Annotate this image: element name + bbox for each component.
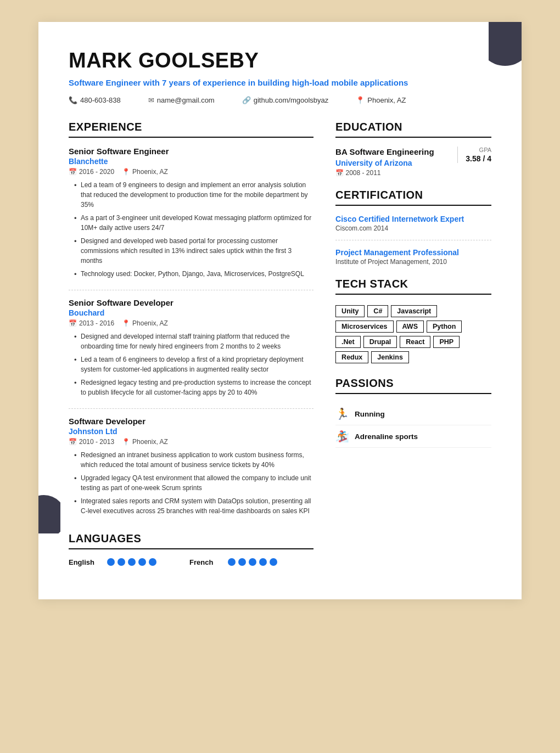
bullet-item: Upgraded legacy QA test environment that… bbox=[74, 473, 313, 493]
two-col-layout: EXPERIENCE Senior Software Engineer Blan… bbox=[69, 121, 491, 566]
candidate-title: Software Engineer with 7 years of experi… bbox=[69, 77, 491, 88]
experience-title: EXPERIENCE bbox=[69, 121, 313, 138]
tech-tag: Python bbox=[427, 321, 462, 333]
job-3: Software Developer Johnston Ltd 📅 2010 -… bbox=[69, 417, 313, 516]
corner-decoration-bottom bbox=[38, 479, 60, 533]
job-2-company: Bouchard bbox=[69, 308, 313, 317]
job-3-company: Johnston Ltd bbox=[69, 427, 313, 436]
gpa-label: GPA bbox=[466, 147, 491, 153]
tech-tag: Jenkins bbox=[371, 351, 409, 363]
dot bbox=[138, 558, 146, 566]
lang-french-label: French bbox=[189, 558, 222, 566]
tech-stack-title: TECH STACK bbox=[335, 278, 491, 295]
passion-adrenaline: 🏂 Adrenaline sports bbox=[335, 425, 491, 448]
gpa-value: 3.58 / 4 bbox=[466, 154, 491, 163]
calendar-icon: 📅 bbox=[69, 319, 77, 327]
pin-icon: 📍 bbox=[122, 438, 130, 446]
tech-tag: .Net bbox=[335, 336, 361, 348]
job-2: Senior Software Developer Bouchard 📅 201… bbox=[69, 298, 313, 397]
edu-right: GPA 3.58 / 4 bbox=[457, 147, 491, 163]
job-1-meta: 📅 2016 - 2020 📍 Phoenix, AZ bbox=[69, 168, 313, 176]
certification-title: CERTIFICATION bbox=[335, 189, 491, 206]
job-2-location: 📍 Phoenix, AZ bbox=[122, 319, 168, 327]
calendar-icon: 📅 bbox=[69, 438, 77, 446]
languages-title: LANGUAGES bbox=[69, 532, 313, 549]
tech-tag: C# bbox=[367, 305, 388, 317]
languages-section: LANGUAGES English French bbox=[69, 532, 313, 566]
divider bbox=[69, 290, 313, 290]
dot bbox=[249, 558, 256, 566]
cert-1: Cisco Certified Internetwork Expert Cisc… bbox=[335, 215, 491, 232]
dot bbox=[149, 558, 156, 566]
email-contact: ✉ name@gmail.com bbox=[148, 96, 215, 104]
lang-french-dots bbox=[228, 558, 277, 566]
passion-running: 🏃 Running bbox=[335, 403, 491, 425]
tech-tag: AWS bbox=[396, 321, 424, 333]
job-1-title: Senior Software Engineer bbox=[69, 147, 313, 156]
corner-decoration-top bbox=[489, 22, 522, 88]
phone-value: 480-603-838 bbox=[80, 96, 121, 104]
bullet-item: Led a team of 9 engineers to design and … bbox=[74, 180, 313, 210]
passions-title: PASSIONS bbox=[335, 377, 491, 394]
job-2-dates: 📅 2013 - 2016 bbox=[69, 319, 114, 327]
phone-icon: 📞 bbox=[69, 96, 77, 104]
lang-english-label: English bbox=[69, 558, 102, 566]
cert-1-name: Cisco Certified Internetwork Expert bbox=[335, 215, 491, 223]
edu-left: BA Software Engineering University of Ar… bbox=[335, 147, 434, 177]
pin-icon: 📍 bbox=[122, 168, 130, 176]
edu-school: University of Arizona bbox=[335, 159, 434, 167]
phone-contact: 📞 480-603-838 bbox=[69, 96, 121, 104]
dot bbox=[107, 558, 115, 566]
cert-2-name: Project Management Professional bbox=[335, 248, 491, 257]
right-column: EDUCATION BA Software Engineering Univer… bbox=[335, 121, 491, 566]
dot bbox=[128, 558, 136, 566]
bullet-item: Redesigned legacy testing and pre-produc… bbox=[74, 378, 313, 397]
dot bbox=[259, 558, 267, 566]
location-contact: 📍 Phoenix, AZ bbox=[356, 96, 406, 104]
bullet-item: Integrated sales reports and CRM system … bbox=[74, 496, 313, 516]
job-3-title: Software Developer bbox=[69, 417, 313, 426]
running-icon: 🏃 bbox=[335, 407, 349, 420]
job-1-company: Blanchette bbox=[69, 157, 313, 166]
calendar-icon: 📅 bbox=[69, 168, 77, 176]
bullet-item: Designed and developed internal staff tr… bbox=[74, 331, 313, 351]
job-2-title: Senior Software Developer bbox=[69, 298, 313, 307]
location-icon: 📍 bbox=[356, 96, 365, 104]
cert-2-issuer: Institute of Project Management, 2010 bbox=[335, 258, 491, 266]
passion-running-label: Running bbox=[355, 410, 385, 418]
job-2-bullets: Designed and developed internal staff tr… bbox=[69, 331, 313, 397]
pin-icon: 📍 bbox=[122, 319, 130, 327]
job-3-dates: 📅 2010 - 2013 bbox=[69, 438, 114, 446]
passion-adrenaline-label: Adrenaline sports bbox=[355, 432, 418, 441]
tech-tag: Redux bbox=[335, 351, 368, 363]
passions-section: PASSIONS 🏃 Running 🏂 Adrenaline sports bbox=[335, 377, 491, 448]
dot bbox=[270, 558, 277, 566]
job-3-meta: 📅 2010 - 2013 📍 Phoenix, AZ bbox=[69, 438, 313, 446]
tech-tag: React bbox=[400, 336, 430, 348]
github-value: github.com/mgoolsbyaz bbox=[254, 96, 329, 104]
calendar-icon: 📅 bbox=[335, 169, 344, 177]
edu-dates: 📅 2008 - 2011 bbox=[335, 169, 434, 177]
lang-french: French bbox=[189, 558, 277, 566]
certification-section: CERTIFICATION Cisco Certified Internetwo… bbox=[335, 189, 491, 266]
tech-tag: Javascript bbox=[391, 305, 437, 317]
bullet-item: Designed and developed web based portal … bbox=[74, 236, 313, 266]
job-1-dates: 📅 2016 - 2020 bbox=[69, 168, 114, 176]
email-value: name@gmail.com bbox=[157, 96, 215, 104]
location-value: Phoenix, AZ bbox=[367, 96, 406, 104]
tech-stack-section: TECH STACK Unity C# Javascript Microserv… bbox=[335, 278, 491, 365]
header: MARK GOOLSEBY Software Engineer with 7 y… bbox=[69, 49, 491, 104]
cert-2: Project Management Professional Institut… bbox=[335, 248, 491, 266]
tech-grid: Unity C# Javascript Microservices AWS Py… bbox=[335, 304, 491, 365]
dot bbox=[117, 558, 125, 566]
tech-tag: Unity bbox=[335, 305, 365, 317]
contact-row: 📞 480-603-838 ✉ name@gmail.com 🔗 github.… bbox=[69, 96, 491, 104]
adrenaline-icon: 🏂 bbox=[335, 430, 349, 443]
candidate-name: MARK GOOLSEBY bbox=[69, 49, 491, 72]
bullet-item: Technology used: Docker, Python, Django,… bbox=[74, 269, 313, 279]
experience-section: EXPERIENCE Senior Software Engineer Blan… bbox=[69, 121, 313, 516]
edu-row: BA Software Engineering University of Ar… bbox=[335, 147, 491, 177]
bullet-item: As a part of 3-engineer unit developed K… bbox=[74, 213, 313, 233]
job-1-location: 📍 Phoenix, AZ bbox=[122, 168, 168, 176]
divider bbox=[69, 408, 313, 409]
